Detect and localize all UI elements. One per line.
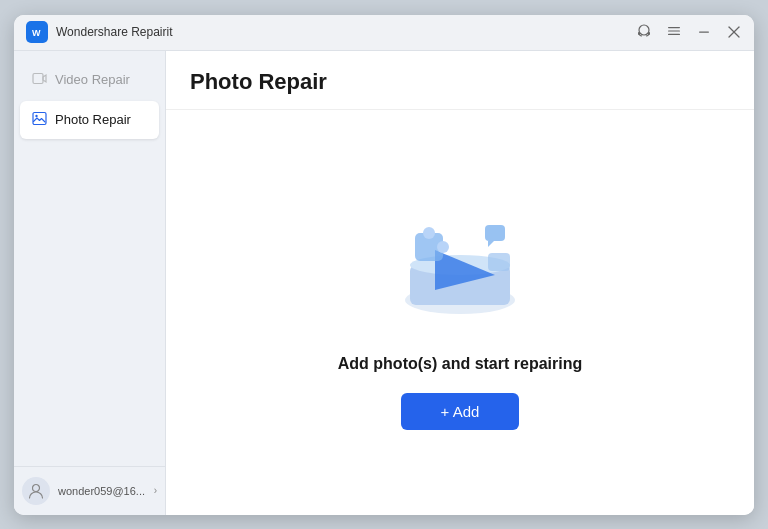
prompt-text: Add photo(s) and start repairing	[338, 355, 582, 373]
titlebar: W Wondershare Repairit	[14, 15, 754, 51]
svg-rect-11	[33, 73, 43, 83]
svg-rect-24	[488, 253, 510, 271]
svg-rect-12	[33, 112, 46, 124]
app-logo: W	[26, 21, 48, 43]
chevron-right-icon: ›	[154, 485, 157, 496]
close-button[interactable]	[726, 24, 742, 40]
svg-rect-3	[638, 32, 640, 35]
add-button-label: + Add	[441, 403, 480, 420]
sidebar-items: Video Repair Photo Repair	[14, 51, 165, 466]
svg-rect-22	[485, 225, 505, 241]
svg-rect-8	[699, 32, 709, 33]
svg-point-14	[33, 484, 40, 491]
svg-rect-5	[668, 27, 680, 28]
photo-repair-illustration	[380, 195, 540, 335]
sidebar-footer[interactable]: wonder059@16... ›	[14, 466, 165, 515]
svg-point-21	[437, 241, 449, 253]
content-area: Photo Repair	[166, 51, 754, 515]
svg-point-2	[639, 25, 649, 35]
sidebar-item-label: Video Repair	[55, 72, 130, 87]
sidebar-item-video-repair[interactable]: Video Repair	[20, 61, 159, 99]
sidebar-item-label: Photo Repair	[55, 112, 131, 127]
menu-icon[interactable]	[666, 23, 682, 41]
content-header: Photo Repair	[166, 51, 754, 110]
sidebar: Video Repair Photo Repair	[14, 51, 166, 515]
minimize-button[interactable]	[696, 24, 712, 40]
avatar	[22, 477, 50, 505]
app-name: Wondershare Repairit	[56, 25, 636, 39]
add-button[interactable]: + Add	[401, 393, 520, 430]
video-repair-icon	[32, 71, 47, 89]
sidebar-item-photo-repair[interactable]: Photo Repair	[20, 101, 159, 139]
headset-icon[interactable]	[636, 23, 652, 41]
titlebar-controls	[636, 23, 742, 41]
svg-point-13	[35, 114, 37, 116]
content-body: Add photo(s) and start repairing + Add	[166, 110, 754, 515]
app-window: W Wondershare Repairit	[14, 15, 754, 515]
svg-point-20	[423, 227, 435, 239]
main-area: Video Repair Photo Repair	[14, 51, 754, 515]
svg-rect-4	[648, 32, 650, 35]
svg-rect-6	[668, 30, 680, 31]
svg-marker-23	[488, 241, 494, 247]
photo-repair-icon	[32, 111, 47, 129]
svg-rect-7	[668, 34, 680, 35]
username: wonder059@16...	[58, 485, 146, 497]
svg-text:W: W	[32, 28, 41, 38]
page-title: Photo Repair	[190, 69, 730, 95]
